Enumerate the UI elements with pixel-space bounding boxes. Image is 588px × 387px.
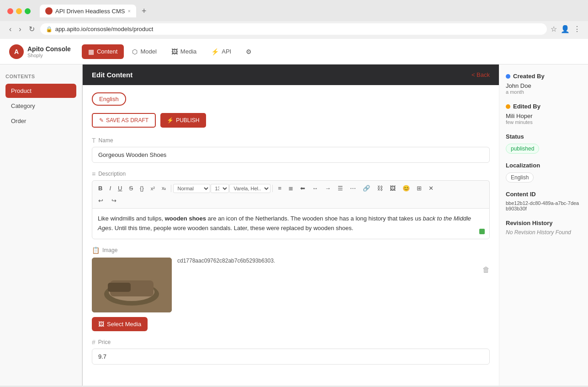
price-label-text: Price [98,339,111,345]
content-id-section: Content ID bbe12b12-dc80-489a-a7bc-7deab… [506,191,582,211]
image-field-group: 📋 Image [92,247,490,331]
reload-nav-btn[interactable]: ↻ [27,23,37,35]
svg-rect-4 [108,283,131,292]
tab-close-btn[interactable]: × [127,8,130,14]
toolbar-image[interactable]: 🖼 [387,183,399,194]
price-field-label: # Price [92,339,490,346]
select-media-label: Select Media [107,321,141,328]
lang-tab-english[interactable]: English [92,92,126,106]
toolbar-style-select[interactable]: Normal Heading 1 Heading 2 [173,184,210,193]
brand-logo: A [9,44,24,59]
price-icon: # [92,339,95,346]
image-delete-btn[interactable]: 🗑 [482,266,490,274]
description-label-text: Description [98,171,126,177]
status-badge: published [506,144,539,154]
toolbar-emoji[interactable]: 😊 [399,183,413,194]
forward-nav-btn[interactable]: › [17,23,23,35]
content-id-value: bbe12b12-dc80-489a-a7bc-7deab903b30f [506,200,582,211]
edited-by-name: Mili Hoper [506,113,582,119]
edited-by-header: Edited By [506,103,582,110]
content-id-title: Content ID [506,191,582,198]
toolbar-sep-2 [272,185,273,192]
save-draft-label: SAVE AS DRAFT [106,117,148,124]
toolbar-clear[interactable]: ✕ [425,183,437,194]
publish-button[interactable]: ⚡ PUBLISH [160,113,206,128]
toolbar-table[interactable]: ⊞ [413,183,425,194]
toolbar-align-center[interactable]: ↔ [309,183,321,194]
browser-titlebar: API Driven Headless CMS × + [0,0,588,21]
image-container: cd1778aac09762c82ab7c6b5293b6303. 🗑 [92,258,490,312]
edited-by-title: Edited By [513,103,540,110]
nav-item-api[interactable]: ⚡ API [205,44,238,59]
price-field-group: # Price [92,339,490,365]
toolbar-link[interactable]: 🔗 [360,183,373,194]
nav-item-media[interactable]: 🖼 Media [165,44,203,59]
address-bar[interactable]: 🔒 app.apito.io/consosle/models/product [40,23,547,35]
price-input[interactable] [92,349,490,365]
toolbar-more[interactable]: ⋯ [347,183,359,194]
traffic-light-maximize[interactable] [25,8,31,14]
toolbar-undo[interactable]: ↩ [95,195,106,206]
toolbar-align-left[interactable]: ⬅ [297,183,308,194]
name-field-label: T Name [92,137,490,144]
new-tab-button[interactable]: + [142,6,147,16]
toolbar-strikethrough[interactable]: S [126,183,136,194]
toolbar-font-select[interactable]: Varela, Hel... [229,184,270,193]
select-media-button[interactable]: 🖼 Select Media [92,317,148,331]
created-by-header: Created By [506,73,582,80]
toolbar-ol[interactable]: ≣ [285,183,297,194]
toolbar-italic[interactable]: I [106,183,114,194]
toolbar-align-right[interactable]: → [322,183,334,194]
toolbar-redo[interactable]: ↪ [108,195,120,206]
toolbar-bold[interactable]: B [95,183,106,194]
nav-item-settings[interactable]: ⚙ [239,44,258,59]
content-icon: ▦ [88,48,94,55]
toolbar-code[interactable]: {} [137,183,147,194]
description-icon: ≡ [92,170,95,177]
bookmark-btn[interactable]: ☆ [551,25,557,33]
toolbar-unlink[interactable]: ⛓ [374,183,386,194]
name-field-icon: T [92,137,96,144]
toolbar-sep-1 [171,185,171,192]
traffic-light-minimize[interactable] [16,8,22,14]
brand-sub: Shoply [27,53,71,58]
name-input[interactable] [92,147,490,163]
sidebar-item-category[interactable]: Category [5,99,76,113]
edited-by-time: few minutes [506,119,582,125]
toolbar-superscript[interactable]: x² [148,184,158,193]
main-content: SH Shoply / Content Product Use ▼ To Fil… [82,64,588,386]
editor-toolbar: B I U S {} x² x₂ Normal [92,180,490,208]
toolbar-subscript[interactable]: x₂ [159,183,170,193]
revision-history-section: Revision History No Revision History Fou… [506,220,582,236]
nav-item-model[interactable]: ⬡ Model [126,44,163,59]
nav-item-content[interactable]: ▦ Content [82,44,124,59]
image-label-text: Image [102,247,117,253]
profile-btn[interactable]: 👤 [561,25,570,33]
save-draft-button[interactable]: ✎ SAVE AS DRAFT [92,113,156,128]
tab-favicon [45,7,53,15]
browser-addressbar: ‹ › ↻ 🔒 app.apito.io/consosle/models/pro… [0,21,588,39]
address-actions: ☆ 👤 ⋮ [551,25,581,33]
traffic-light-close[interactable] [7,8,13,14]
api-icon: ⚡ [211,48,219,55]
sidebar-item-order[interactable]: Order [5,114,76,128]
settings-icon: ⚙ [246,48,252,55]
toolbar-ul[interactable]: ≡ [275,183,285,194]
revision-history-value: No Revision History Found [506,229,582,236]
back-button[interactable]: < Back [471,71,490,78]
sidebar: Contents Product Category Order [0,64,82,386]
preview-svg [92,258,172,312]
toolbar-underline[interactable]: U [115,183,125,194]
browser-tab[interactable]: API Driven Headless CMS × [40,5,136,17]
description-editor[interactable]: Like windmills and tulips, wooden shoes … [92,208,490,239]
toolbar-align-justify[interactable]: ☰ [334,183,346,194]
back-nav-btn[interactable]: ‹ [7,23,13,35]
created-by-name: John Doe [506,82,582,89]
nav-media-label: Media [180,48,196,55]
menu-btn[interactable]: ⋮ [573,25,581,33]
top-nav: A Apito Console Shoply ▦ Content ⬡ Model… [0,39,588,64]
sidebar-item-product[interactable]: Product [5,84,76,98]
toolbar-size-select[interactable]: 13 14 16 [211,184,229,193]
editor-content: Like windmills and tulips, wooden shoes … [98,214,484,233]
image-field-label: 📋 Image [92,247,490,254]
